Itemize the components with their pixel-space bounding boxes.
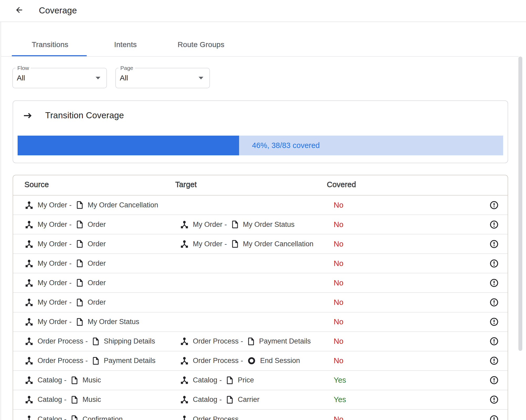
separator-dash: -	[241, 357, 243, 365]
page-name: Shipping Details	[104, 337, 155, 345]
page-icon	[77, 240, 83, 248]
table-row[interactable]: My Order-Order No	[13, 293, 508, 312]
source-cell: My Order-Order	[25, 215, 106, 234]
page-name: Confirmation	[82, 415, 123, 420]
source-cell: My Order-Order	[25, 273, 106, 292]
page-icon	[77, 279, 83, 287]
row-info-button[interactable]	[490, 196, 498, 214]
error-outline-icon	[490, 357, 498, 365]
row-info-button[interactable]	[490, 273, 498, 292]
separator-dash: -	[69, 240, 72, 248]
row-info-button[interactable]	[490, 371, 498, 390]
table-row[interactable]: My Order-My Order Status No	[13, 313, 508, 332]
covered-cell: No	[334, 313, 343, 331]
row-info-button[interactable]	[490, 332, 498, 351]
arrow-back-icon	[15, 6, 24, 14]
flow-name: Catalog	[193, 396, 217, 404]
flow-name: My Order	[38, 259, 67, 268]
transition-arrow-icon	[24, 112, 32, 119]
row-info-button[interactable]	[490, 390, 498, 409]
flow-name: My Order	[38, 298, 67, 306]
table-row[interactable]: Order Process-Shipping Details Order Pro…	[13, 332, 508, 351]
row-info-button[interactable]	[490, 215, 498, 234]
page-select[interactable]: Page All	[115, 68, 210, 88]
row-info-button[interactable]	[490, 351, 498, 370]
row-info-button[interactable]	[490, 313, 498, 331]
flow-icon	[25, 318, 33, 326]
table-row[interactable]: My Order-Order No	[13, 273, 508, 293]
separator-dash: -	[64, 396, 66, 404]
page-name: My Order Cancellation	[88, 201, 158, 209]
flow-icon	[181, 240, 188, 248]
row-info-button[interactable]	[490, 293, 498, 312]
covered-cell: No	[334, 254, 343, 273]
flow-name: Catalog	[193, 376, 217, 384]
column-header-source: Source	[24, 175, 49, 195]
flow-icon	[25, 240, 33, 248]
separator-dash: -	[69, 318, 72, 326]
page-name: Order	[88, 298, 106, 306]
flow-icon	[25, 201, 33, 209]
app-bar: Coverage	[0, 0, 526, 22]
source-cell: Catalog-Confirmation	[25, 410, 123, 420]
flow-icon	[181, 416, 188, 420]
page-name: My Order Status	[243, 221, 295, 229]
covered-cell: No	[334, 273, 343, 292]
flow-name: Catalog	[38, 376, 62, 384]
separator-dash: -	[241, 337, 243, 345]
row-info-button[interactable]	[490, 254, 498, 273]
page-name: Price	[238, 376, 254, 384]
table-row[interactable]: Catalog-Confirmation Order Process No	[13, 410, 508, 420]
page-icon	[71, 415, 78, 420]
vertical-scrollbar-thumb[interactable]	[518, 57, 522, 351]
page-name: End Session	[260, 357, 300, 365]
table-row[interactable]: My Order-Order No	[13, 254, 508, 273]
error-outline-icon	[490, 279, 498, 287]
table-body: My Order-My Order Cancellation No My Ord…	[13, 196, 508, 420]
target-cell: My Order-My Order Cancellation	[181, 234, 313, 253]
page-icon	[77, 299, 83, 306]
table-row[interactable]: Catalog-Music Catalog-Price Yes	[13, 371, 508, 390]
error-outline-icon	[490, 298, 498, 306]
flow-name: My Order	[193, 221, 223, 229]
covered-cell: No	[334, 234, 343, 253]
flow-name: Order Process	[193, 415, 239, 420]
tab-route-groups[interactable]: Route Groups	[164, 33, 238, 56]
back-button[interactable]	[15, 6, 24, 14]
flow-icon	[181, 357, 188, 365]
page-name: Order	[88, 221, 106, 229]
page-icon	[77, 259, 83, 267]
flow-name: My Order	[38, 279, 67, 287]
transition-coverage-card: Transition Coverage 46%, 38/83 covered	[13, 100, 508, 163]
column-header-covered: Covered	[327, 175, 356, 195]
target-cell: Order Process-Payment Details	[181, 332, 311, 351]
column-header-target: Target	[175, 175, 197, 195]
page-icon	[93, 337, 99, 345]
separator-dash: -	[225, 240, 227, 248]
row-info-button[interactable]	[490, 234, 498, 253]
covered-cell: Yes	[334, 390, 346, 409]
separator-dash: -	[69, 259, 72, 268]
table-row[interactable]: Catalog-Music Catalog-Carrier Yes	[13, 390, 508, 410]
tab-transitions[interactable]: Transitions	[12, 33, 87, 56]
table-row[interactable]: Order Process-Payment Details Order Proc…	[13, 351, 508, 371]
table-row[interactable]: My Order-My Order Cancellation No	[13, 196, 508, 215]
dropdown-arrow-icon	[96, 77, 100, 79]
error-outline-icon	[490, 259, 498, 268]
table-row[interactable]: My Order-Order My Order-My Order Cancell…	[13, 234, 508, 254]
flow-select[interactable]: Flow All	[12, 68, 107, 88]
coverage-card-title: Transition Coverage	[45, 110, 124, 120]
flow-icon	[25, 299, 33, 306]
covered-cell: No	[334, 351, 343, 370]
table-row[interactable]: My Order-Order My Order-My Order Status …	[13, 215, 508, 234]
row-info-button[interactable]	[490, 410, 498, 420]
flow-icon	[181, 337, 188, 345]
source-cell: My Order-Order	[25, 234, 106, 253]
target-cell: Catalog-Carrier	[181, 390, 260, 409]
dropdown-arrow-icon	[199, 77, 203, 79]
flow-name: Catalog	[38, 396, 62, 404]
flow-icon	[25, 416, 33, 420]
tab-intents[interactable]: Intents	[87, 33, 164, 56]
separator-dash: -	[225, 221, 227, 229]
separator-dash: -	[219, 396, 222, 404]
